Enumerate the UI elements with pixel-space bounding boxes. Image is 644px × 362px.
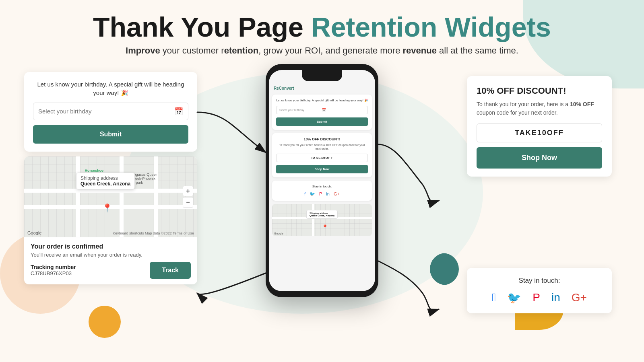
birthday-input[interactable] — [38, 108, 174, 115]
phone-map-pin: 📍 — [322, 224, 328, 230]
phone-logo-bar: ReConvert — [272, 86, 372, 90]
phone-birthday-card: Let us know your birthday. A special gif… — [272, 95, 372, 130]
widgets-area: Let us know your birthday. A special gif… — [0, 64, 644, 337]
phone-pinterest-icon[interactable]: P — [319, 191, 322, 197]
map-road-v2 — [120, 156, 124, 237]
discount-code-box: TAKE10OFF — [477, 123, 602, 142]
phone-google-logo: Google — [274, 232, 283, 235]
map-area: HorseshoePark &Equestrian Pegasus-QueerC… — [24, 156, 197, 237]
calendar-icon: 📅 — [174, 107, 183, 116]
phone-social-icons: f 🐦 P in G+ — [276, 191, 368, 197]
order-info: Your order is confirmed You'll receive a… — [24, 237, 197, 284]
tracking-label: Tracking number — [31, 264, 76, 270]
subtitle: Improve your customer retention, grow yo… — [93, 45, 551, 56]
teal-circle-decoration — [427, 253, 459, 285]
subtitle-mid2: , grow your ROI, and generate more — [258, 45, 402, 56]
main-heading: Thank You Page Retention Widgets — [93, 12, 551, 42]
phone-discount-title: 10% OFF DISCOUNT! — [276, 137, 368, 141]
tracking-number: CJ78UB976XP03 — [31, 270, 76, 276]
phone-screen: ReConvert Let us know your birthday. A s… — [269, 70, 375, 291]
discount-title: 10% OFF DISCOUNT! — [477, 86, 602, 96]
discount-desc-suffix: coupon code for your next order. — [477, 109, 558, 116]
social-title: Stay in touch: — [477, 277, 602, 285]
googleplus-icon[interactable]: G+ — [572, 291, 587, 304]
map-pin-icon: 📍 — [102, 203, 112, 213]
phone-birthday-msg: Let us know your birthday. A special gif… — [276, 99, 368, 103]
map-popup-label: Shipping address — [80, 175, 130, 181]
phone-inner: ReConvert Let us know your birthday. A s… — [269, 70, 375, 291]
discount-desc: To thank you for your order, here is a 1… — [477, 100, 602, 117]
discount-desc-prefix: To thank you for your order, here is a — [477, 101, 570, 107]
linkedin-icon[interactable]: in — [551, 291, 560, 304]
phone-social-title: Stay in touch: — [276, 185, 368, 188]
phone-mockup: ReConvert Let us know your birthday. A s… — [266, 64, 378, 297]
facebook-icon[interactable]:  — [492, 291, 496, 304]
subtitle-improve: Improve — [126, 45, 160, 56]
order-confirmed-label: Your order is confirmed — [31, 243, 191, 250]
order-email-note: You'll receive an email when your order … — [31, 252, 191, 258]
pinterest-icon[interactable]: P — [533, 291, 540, 304]
phone-twitter-icon[interactable]: 🐦 — [310, 191, 315, 197]
heading-black: Thank You Page — [93, 12, 303, 42]
subtitle-retention: etention — [224, 45, 259, 56]
map-label-pegasus: Pegasus-QueerCreek-PhoenixAirpark — [132, 173, 157, 185]
subtitle-end: all at the same time. — [437, 45, 518, 56]
map-zoom-in-button[interactable]: + — [183, 186, 193, 196]
social-widget: Stay in touch:  🐦 P in G+ — [467, 268, 612, 313]
social-icons-row:  🐦 P in G+ — [477, 291, 602, 304]
phone-logo: ReConvert — [274, 86, 294, 90]
map-order-widget: HorseshoePark &Equestrian Pegasus-QueerC… — [24, 156, 197, 284]
phone-notch — [302, 70, 342, 81]
twitter-icon[interactable]: 🐦 — [507, 291, 521, 304]
map-zoom-out-button[interactable]: − — [183, 197, 193, 208]
phone-googleplus-icon[interactable]: G+ — [334, 191, 340, 197]
phone-map-popup-value: Queen Creek, Arizona — [310, 214, 334, 217]
phone-discount-card: 10% OFF DISCOUNT! To thank you for your … — [272, 133, 372, 177]
phone-map-popup: Shipping address Queen Creek, Arizona — [306, 210, 338, 219]
phone-birthday-placeholder: Select your birthday — [279, 109, 322, 111]
phone-submit-button[interactable]: Submit — [276, 117, 368, 126]
subtitle-revenue: revenue — [403, 45, 437, 56]
main-content: Thank You Page Retention Widgets Improve… — [0, 0, 644, 337]
subtitle-mid1: your customer r — [163, 45, 224, 56]
tracking-info: Tracking number CJ78UB976XP03 — [31, 264, 76, 276]
phone-birthday-input-row: Select your birthday 📅 — [276, 106, 368, 114]
birthday-widget: Let us know your birthday. A special gif… — [24, 72, 197, 152]
phone-facebook-icon[interactable]: f — [304, 191, 305, 197]
birthday-submit-button[interactable]: Submit — [33, 125, 188, 144]
track-button[interactable]: Track — [150, 262, 191, 279]
phone-discount-desc: To thank you for your order, here is a 1… — [276, 143, 368, 150]
phone-shop-button[interactable]: Shop Now — [276, 165, 368, 173]
google-logo: Google — [27, 230, 41, 235]
heading-green: Retention Widgets — [311, 12, 551, 42]
map-footer-text: Keyboard shortcuts Map data ©2022 Terms … — [113, 231, 194, 235]
discount-widget: 10% OFF DISCOUNT! To thank you for your … — [467, 76, 612, 177]
phone-calendar-icon: 📅 — [322, 108, 365, 112]
map-popup: Shipping address Queen Creek, Arizona — [76, 173, 135, 189]
phone-map-mini: Shipping address Queen Creek, Arizona 📍 … — [272, 204, 372, 236]
phone-linkedin-icon[interactable]: in — [326, 191, 330, 197]
map-popup-value: Queen Creek, Arizona — [80, 181, 130, 187]
map-zoom-controls: + − — [183, 186, 193, 208]
discount-desc-bold: 10% OFF — [570, 101, 594, 107]
phone-map-road-v — [312, 204, 314, 236]
tracking-row: Tracking number CJ78UB976XP03 Track — [31, 262, 191, 279]
map-road-v1 — [76, 156, 80, 237]
header: Thank You Page Retention Widgets Improve… — [85, 0, 559, 60]
phone-social-card: Stay in touch: f 🐦 P in G+ — [272, 181, 372, 201]
shop-now-button[interactable]: Shop Now — [477, 147, 602, 169]
birthday-input-row: 📅 — [33, 103, 188, 120]
birthday-message: Let us know your birthday. A special gif… — [33, 80, 188, 97]
phone-map-grid — [272, 204, 372, 236]
map-grid — [24, 156, 197, 237]
map-road-v3 — [154, 156, 158, 237]
phone-discount-code: TAKE10OFF — [276, 154, 368, 162]
